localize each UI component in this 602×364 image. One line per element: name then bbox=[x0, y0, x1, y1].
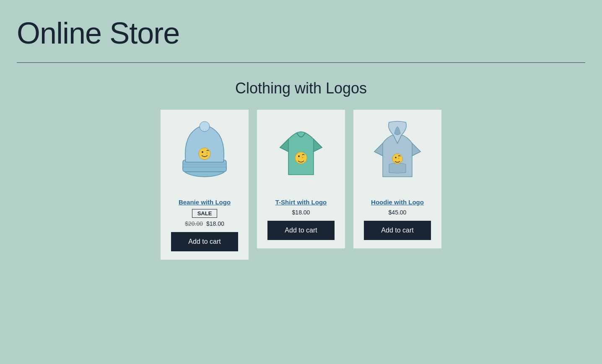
svg-point-10 bbox=[302, 157, 304, 158]
product-image-tshirt bbox=[257, 110, 345, 194]
original-price-beanie: $20.00 bbox=[185, 220, 203, 227]
page-header: Online Store bbox=[0, 0, 602, 58]
product-card-hoodie: Hoodie with Logo $45.00 Add to cart bbox=[353, 110, 441, 248]
svg-point-9 bbox=[298, 155, 300, 157]
product-image-hoodie bbox=[353, 110, 441, 194]
product-card-beanie: Beanie with Logo SALE $20.00 $18.00 Add … bbox=[161, 110, 249, 260]
category-title: Clothing with Logos bbox=[235, 80, 367, 97]
price-hoodie: $45.00 bbox=[389, 209, 407, 216]
svg-point-13 bbox=[398, 158, 400, 159]
svg-point-6 bbox=[202, 151, 203, 153]
svg-point-7 bbox=[207, 152, 208, 154]
price-container-beanie: $20.00 $18.00 bbox=[185, 220, 224, 227]
add-to-cart-tshirt[interactable]: Add to cart bbox=[267, 221, 335, 240]
price-tshirt: $18.00 bbox=[292, 209, 310, 216]
product-card-tshirt: T-Shirt with Logo $18.00 Add to cart bbox=[257, 110, 345, 248]
product-name-hoodie[interactable]: Hoodie with Logo bbox=[371, 199, 424, 206]
add-to-cart-beanie[interactable]: Add to cart bbox=[171, 232, 238, 251]
product-name-tshirt[interactable]: T-Shirt with Logo bbox=[275, 199, 327, 206]
page-title: Online Store bbox=[17, 17, 585, 50]
product-name-beanie[interactable]: Beanie with Logo bbox=[179, 199, 231, 206]
main-content: Clothing with Logos bbox=[0, 63, 602, 276]
add-to-cart-hoodie[interactable]: Add to cart bbox=[364, 221, 431, 240]
product-image-beanie bbox=[161, 110, 249, 194]
current-price-beanie: $18.00 bbox=[206, 220, 224, 227]
svg-point-5 bbox=[199, 148, 210, 160]
sale-badge-beanie: SALE bbox=[192, 209, 218, 218]
product-grid: Beanie with Logo SALE $20.00 $18.00 Add … bbox=[161, 110, 441, 260]
svg-point-2 bbox=[200, 121, 210, 132]
svg-point-12 bbox=[395, 157, 397, 158]
